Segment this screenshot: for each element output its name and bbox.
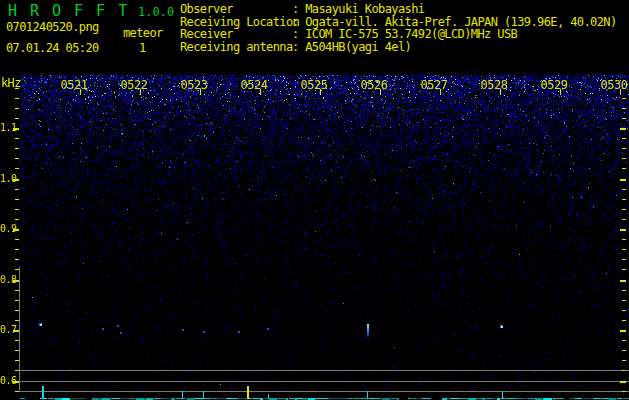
frequency-tick (622, 98, 626, 99)
app-title: HROFFT (8, 2, 140, 20)
frequency-tick (15, 118, 19, 119)
frequency-tick (620, 381, 626, 383)
frequency-tick (15, 290, 19, 291)
frequency-tick (15, 391, 19, 392)
frequency-tick (15, 300, 19, 301)
info-separator: : (292, 40, 299, 54)
frequency-tick (622, 168, 626, 169)
frequency-tick (15, 239, 19, 240)
frequency-tick (15, 108, 19, 109)
frequency-tick (620, 128, 626, 130)
time-tick-label: 0526 (359, 78, 389, 92)
time-tick-label: 0529 (539, 78, 569, 92)
time-tick-label: 0528 (479, 78, 509, 92)
frequency-tick (15, 269, 19, 270)
info-row-antenna: Receiving antenna: A504HB(yagi 4el) (180, 41, 617, 54)
meteor-count: 1 (139, 41, 146, 55)
frequency-tick (620, 179, 626, 181)
frequency-tick (15, 88, 19, 89)
info-value: A504HB(yagi 4el) (305, 40, 411, 54)
time-tick-label: 0523 (179, 78, 209, 92)
hrofft-window: HROFFT 1.0.0 0701240520.png meteor 07.01… (0, 0, 629, 400)
frequency-tick (622, 320, 626, 321)
frequency-tick-label: 0.8 (0, 274, 15, 285)
station-info-block: Observer: Masayuki Kobayashi Receiving L… (180, 3, 617, 53)
frequency-tick (15, 98, 19, 99)
frequency-tick (622, 370, 626, 371)
frequency-tick (622, 391, 626, 392)
frequency-tick (15, 209, 19, 210)
frequency-tick (622, 239, 626, 240)
time-tick-label: 0527 (419, 78, 449, 92)
frequency-tick (622, 360, 626, 361)
time-tick-label: 0524 (239, 78, 269, 92)
frequency-tick (622, 269, 626, 270)
time-tick-label: 0522 (119, 78, 149, 92)
frequency-tick (15, 310, 19, 311)
frequency-tick (15, 199, 19, 200)
frequency-tick (620, 229, 626, 231)
frequency-tick (622, 249, 626, 250)
frequency-tick-label: 0.9 (0, 223, 15, 234)
frequency-tick (622, 118, 626, 119)
frequency-tick (15, 350, 19, 351)
frequency-tick (622, 310, 626, 311)
info-label: Receiving antenna (180, 41, 292, 54)
info-label: Receiver (180, 28, 292, 41)
time-tick-label: 0521 (59, 78, 89, 92)
time-tick-label: 0525 (299, 78, 329, 92)
frequency-tick (620, 330, 626, 332)
frequency-tick (15, 219, 19, 220)
frequency-tick (15, 340, 19, 341)
frequency-tick (622, 259, 626, 260)
frequency-tick-label: 0.7 (0, 324, 15, 335)
frequency-tick (15, 158, 19, 159)
frequency-tick (15, 370, 19, 371)
frequency-tick (622, 88, 626, 89)
frequency-tick (15, 249, 19, 250)
frequency-tick (622, 108, 626, 109)
frequency-tick (622, 300, 626, 301)
frequency-tick (15, 148, 19, 149)
frequency-tick (622, 189, 626, 190)
frequency-tick (620, 280, 626, 282)
frequency-tick (622, 340, 626, 341)
frequency-tick-label: 0.6 (0, 375, 15, 386)
frequency-tick-label: 1.1 (0, 122, 15, 133)
frequency-tick (15, 138, 19, 139)
frequency-tick (15, 259, 19, 260)
frequency-tick (622, 219, 626, 220)
frequency-tick (15, 360, 19, 361)
frequency-tick (622, 138, 626, 139)
frequency-tick (622, 158, 626, 159)
frequency-tick (622, 209, 626, 210)
frequency-tick (622, 290, 626, 291)
frequency-tick (15, 189, 19, 190)
frequency-tick (622, 148, 626, 149)
frequency-tick (622, 199, 626, 200)
frequency-tick (15, 320, 19, 321)
observation-datetime: 07.01.24 05:20 (6, 41, 99, 55)
frequency-tick-label: 1.0 (0, 173, 15, 184)
frequency-tick (15, 168, 19, 169)
mode-label: meteor (123, 26, 163, 40)
spectrogram-canvas (19, 75, 629, 400)
time-tick-label: 0530 (599, 78, 629, 92)
app-version: 1.0.0 (138, 5, 174, 19)
output-filename: 0701240520.png (6, 20, 99, 34)
frequency-tick (622, 350, 626, 351)
info-label: Observer (180, 3, 292, 16)
